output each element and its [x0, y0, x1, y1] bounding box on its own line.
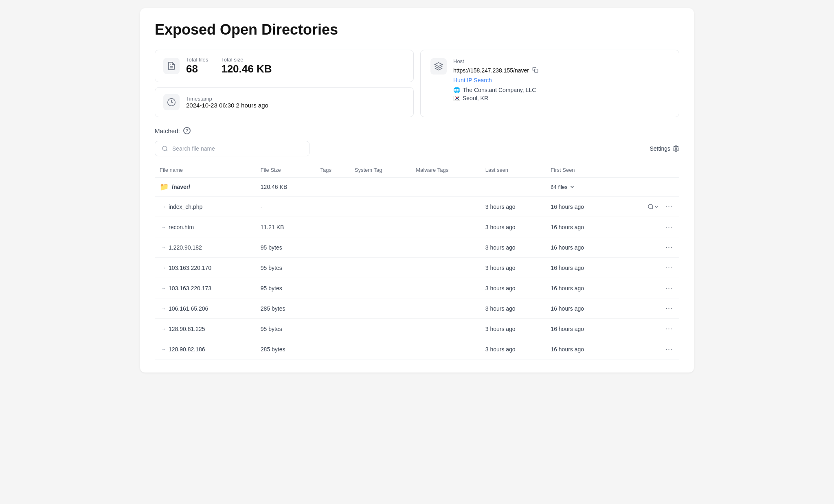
file-first-seen: 16 hours ago	[546, 258, 616, 278]
settings-icon	[673, 145, 679, 152]
copy-icon[interactable]	[532, 67, 538, 74]
search-icon	[162, 145, 168, 152]
arrow-icon: →	[161, 224, 166, 230]
search-settings-row: Settings	[155, 141, 679, 156]
file-name-cell: → 128.90.82.186	[155, 339, 256, 359]
more-actions-button[interactable]: ···	[664, 324, 674, 334]
file-name-cell: → index_ch.php	[155, 197, 256, 217]
file-actions: ···	[617, 197, 679, 217]
file-name-cell: → 106.161.65.206	[155, 298, 256, 319]
file-last-seen: 3 hours ago	[481, 217, 546, 237]
file-size: 285 bytes	[256, 339, 316, 359]
file-tags	[315, 258, 349, 278]
file-name: → index_ch.php	[160, 204, 251, 210]
file-last-seen: 3 hours ago	[481, 258, 546, 278]
files-table: File name File Size Tags System Tag Malw…	[155, 163, 679, 359]
more-actions-button[interactable]: ···	[664, 303, 674, 313]
settings-button[interactable]: Settings	[650, 145, 679, 152]
chevron-down-small-icon	[654, 204, 659, 209]
more-actions-button[interactable]: ···	[664, 283, 674, 293]
files-size-content: Total files 68 Total size 120.46 KB	[186, 57, 272, 75]
info-cards: Total files 68 Total size 120.46 KB	[155, 50, 679, 117]
col-filename: File name	[155, 163, 256, 177]
file-tags	[315, 217, 349, 237]
matched-row: Matched: ?	[155, 127, 679, 134]
more-actions-button[interactable]: ···	[664, 242, 674, 252]
col-malwaretags: Malware Tags	[411, 163, 481, 177]
file-name: → recon.htm	[160, 224, 251, 230]
search-input[interactable]	[172, 145, 303, 152]
file-first-seen: 16 hours ago	[546, 339, 616, 359]
file-tags	[315, 197, 349, 217]
more-actions-button[interactable]: ···	[664, 263, 674, 273]
file-malware-tags	[411, 298, 481, 319]
total-size-label: Total size	[221, 57, 272, 63]
file-system-tag	[350, 217, 411, 237]
file-name: → 128.90.81.225	[160, 326, 251, 332]
table-row: → recon.htm 11.21 KB 3 hours ago 16 hour…	[155, 217, 679, 237]
ellipsis-icon: ···	[665, 263, 673, 272]
file-malware-tags	[411, 217, 481, 237]
host-card: Host https://158.247.238.155/naver Hunt …	[420, 50, 679, 117]
action-icons: ···	[621, 324, 674, 334]
file-name-cell: → 103.163.220.173	[155, 278, 256, 298]
file-last-seen: 3 hours ago	[481, 298, 546, 319]
folder-icon: 📁	[160, 182, 169, 191]
arrow-icon: →	[161, 326, 166, 332]
file-system-tag	[350, 278, 411, 298]
file-first-seen: 16 hours ago	[546, 217, 616, 237]
total-files-value: 68	[186, 63, 208, 75]
file-first-seen: 16 hours ago	[546, 319, 616, 339]
col-filesize: File Size	[256, 163, 316, 177]
ellipsis-icon: ···	[665, 345, 673, 353]
search-action-button[interactable]	[646, 203, 661, 211]
file-name: → 1.220.90.182	[160, 244, 251, 251]
table-row: → index_ch.php - 3 hours ago 16 hours ag…	[155, 197, 679, 217]
file-first-seen: 16 hours ago	[546, 237, 616, 258]
matched-label: Matched:	[155, 127, 180, 134]
file-first-seen: 16 hours ago	[546, 298, 616, 319]
file-actions: ···	[617, 217, 679, 237]
file-system-tag	[350, 197, 411, 217]
table-header: File name File Size Tags System Tag Malw…	[155, 163, 679, 177]
file-actions: ···	[617, 339, 679, 359]
file-tags	[315, 319, 349, 339]
file-tags	[315, 298, 349, 319]
main-container: Exposed Open Directories	[140, 8, 694, 373]
info-cards-left: Total files 68 Total size 120.46 KB	[155, 50, 414, 117]
host-url: https://158.247.238.155/naver	[453, 67, 529, 74]
total-files-item: Total files 68	[186, 57, 208, 75]
ellipsis-icon: ···	[665, 202, 673, 211]
table-row: → 1.220.90.182 95 bytes 3 hours ago 16 h…	[155, 237, 679, 258]
ellipsis-icon: ···	[665, 223, 673, 231]
file-last-seen: 3 hours ago	[481, 197, 546, 217]
files-icon	[163, 58, 180, 74]
file-tags	[315, 339, 349, 359]
file-actions: ···	[617, 298, 679, 319]
table-row: → 106.161.65.206 285 bytes 3 hours ago 1…	[155, 298, 679, 319]
action-icons: ···	[621, 344, 674, 354]
arrow-icon: →	[161, 245, 166, 250]
action-icons: ···	[621, 242, 674, 252]
file-last-seen: 3 hours ago	[481, 278, 546, 298]
action-icons: ···	[621, 222, 674, 232]
more-actions-button[interactable]: ···	[664, 202, 674, 212]
files-table-wrapper: File name File Size Tags System Tag Malw…	[155, 163, 679, 359]
folder-name-cell: 📁 /naver/	[155, 177, 256, 197]
flag-icon: 🇰🇷	[453, 95, 460, 101]
more-actions-button[interactable]: ···	[664, 344, 674, 354]
file-name-cell: → 128.90.81.225	[155, 319, 256, 339]
file-actions: ···	[617, 319, 679, 339]
more-actions-button[interactable]: ···	[664, 222, 674, 232]
action-icons: ···	[621, 263, 674, 273]
col-firstseen: First Seen	[546, 163, 616, 177]
help-icon[interactable]: ?	[183, 127, 191, 134]
arrow-icon: →	[161, 285, 166, 291]
hunt-ip-search-link[interactable]: Hunt IP Search	[453, 77, 492, 83]
action-icons: ···	[621, 202, 674, 212]
file-malware-tags	[411, 278, 481, 298]
page-title: Exposed Open Directories	[155, 21, 679, 38]
file-size: 95 bytes	[256, 278, 316, 298]
arrow-icon: →	[161, 265, 166, 271]
file-size: 95 bytes	[256, 319, 316, 339]
